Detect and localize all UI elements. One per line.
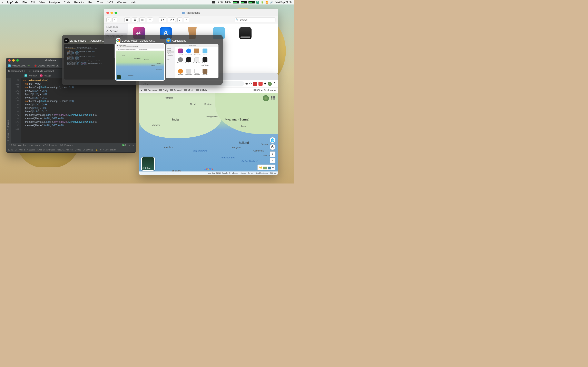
satellite-layer-icon[interactable] <box>268 167 271 169</box>
volume-icon[interactable]: 🔊 <box>270 1 273 4</box>
bookmark-folder[interactable]: Services <box>144 89 157 92</box>
bookmark-folder[interactable]: Daily <box>159 89 168 92</box>
indent[interactable]: 4 spaces <box>27 149 35 151</box>
editor-tab-thumbnails[interactable]: SThumbnailsPanel.swift <box>27 70 56 72</box>
map-label[interactable]: Bhutan <box>204 103 212 105</box>
menu-extra-icon[interactable]: A <box>256 1 259 4</box>
messages-tool[interactable]: ≡ Messages <box>29 144 40 146</box>
action-button[interactable]: ⚙ ▾ <box>168 17 176 22</box>
menu-vcs[interactable]: VCS <box>105 1 115 4</box>
line-number-gutter[interactable]: 167168169 170171172 173174175 176177178 … <box>11 78 21 143</box>
app-blackmagic[interactable] <box>238 27 252 42</box>
line-ending[interactable]: LF <box>15 149 17 151</box>
map-region[interactable]: Japan <box>241 172 246 174</box>
minimize-button[interactable] <box>12 59 15 62</box>
map-label[interactable]: India <box>172 118 179 121</box>
sdk-status[interactable]: Swift: alt-tab-macos | macOS ...x86_64] … <box>37 149 81 151</box>
locate-me-button[interactable]: ⦿ <box>270 144 276 150</box>
map-label[interactable]: Myanmar (Burma) <box>225 118 250 121</box>
map-label[interactable]: Mumbai <box>152 124 160 126</box>
finder-titlebar[interactable]: Applications <box>104 9 278 17</box>
view-list-button[interactable]: ☰ <box>132 17 138 22</box>
zoom-button[interactable] <box>114 12 117 14</box>
tags-button[interactable]: ○ <box>184 17 189 22</box>
menu-file[interactable]: File <box>20 1 29 4</box>
tool-structure[interactable]: 7: Structure <box>7 120 10 130</box>
menu-edit[interactable]: Edit <box>29 1 37 4</box>
map-label[interactable]: नई दिल्ली <box>165 97 173 100</box>
view-icon-button[interactable]: ▦ <box>124 17 130 22</box>
bookmark-folder[interactable]: Music <box>184 89 194 92</box>
view-column-button[interactable]: ▥ <box>139 17 145 22</box>
close-button[interactable] <box>106 12 109 14</box>
code-editor[interactable]: func makeKeyWindow( var psn_ = psn var b… <box>21 78 136 143</box>
map-scale[interactable]: 500 km <box>270 172 276 174</box>
side-panel-toggle[interactable]: ▸ <box>141 89 142 92</box>
event-log[interactable]: 2 Event Log <box>122 144 134 146</box>
istat-icon[interactable] <box>212 1 215 3</box>
minimize-button[interactable] <box>111 12 113 14</box>
extension-icon[interactable] <box>259 82 263 86</box>
menu-code[interactable]: Code <box>62 1 72 4</box>
zoom-button[interactable] <box>16 59 19 62</box>
sidebar-item-airdrop[interactable]: ◎ AirDrop <box>104 29 128 33</box>
switcher-item-finder[interactable]: 😀 Applications ▪ Applications Favorites◎… <box>166 38 218 82</box>
terrain-layer-icon[interactable] <box>263 167 267 169</box>
menubar-app-name[interactable]: AppCode <box>4 1 20 4</box>
cursor-position[interactable]: 60:40 <box>8 149 13 151</box>
close-button[interactable] <box>8 59 11 62</box>
map-label[interactable]: Bangladesh <box>207 115 218 118</box>
finder-search-input[interactable]: Search <box>234 17 276 22</box>
bookmark-folder[interactable]: AltTab <box>196 89 207 92</box>
net-graph-icon[interactable] <box>241 1 247 3</box>
map-feedback[interactable]: Send feedback <box>255 172 268 174</box>
chrome-menu-icon[interactable]: ⋮ <box>273 82 276 86</box>
menu-window[interactable]: Window <box>115 1 129 4</box>
menu-help[interactable]: Help <box>129 1 138 4</box>
map-label[interactable]: Laos <box>241 125 246 127</box>
network-graph-icon[interactable] <box>249 1 255 3</box>
menu-refactor[interactable]: Refactor <box>72 1 86 4</box>
menu-tools[interactable]: Tools <box>95 1 105 4</box>
satellite-toggle[interactable]: Satellite <box>141 157 155 171</box>
map-terms[interactable]: Terms <box>248 172 253 174</box>
close-tab-icon[interactable]: × <box>24 70 25 72</box>
problems-tool[interactable]: ⓘ 6: Problems <box>60 144 73 147</box>
pullreq-tool[interactable]: ↳ Pull Requests <box>42 144 57 146</box>
apple-menu-icon[interactable]: 🜂 <box>0 1 4 4</box>
map-label[interactable]: Cambodia <box>253 150 264 152</box>
google-apps-icon[interactable] <box>271 96 275 100</box>
menu-navigate[interactable]: Navigate <box>47 1 62 4</box>
menu-view[interactable]: View <box>37 1 47 4</box>
extension-icon[interactable] <box>253 82 257 86</box>
pegman-icon[interactable]: 웃 <box>259 165 262 170</box>
alt-tab-switcher[interactable]: AC alt-tab-macos – .../src/logic... alt-… <box>62 35 223 85</box>
map-label[interactable]: Vietna <box>261 143 268 145</box>
other-bookmarks[interactable]: Other Bookmarks <box>254 89 276 92</box>
cpu-graph-icon[interactable] <box>233 1 239 3</box>
map-label[interactable]: Thailand <box>237 141 249 144</box>
back-arrow-icon[interactable]: ↶ <box>27 64 30 67</box>
battery-icon[interactable]: 🔋 <box>261 1 264 4</box>
zoom-icon[interactable]: ⊕ <box>245 82 248 86</box>
sync-icon[interactable]: ↻ <box>100 149 102 151</box>
extensions-icon[interactable]: ✱ <box>264 82 267 86</box>
bookmark-star-icon[interactable]: ☆ <box>249 82 252 86</box>
profile-avatar[interactable] <box>268 82 272 86</box>
map-label[interactable]: Bengaluru <box>163 146 173 148</box>
editor-tab-screen[interactable]: SScreen.swift× <box>6 70 27 72</box>
globe-button[interactable]: 🌐 <box>270 137 276 143</box>
switcher-item-appcode[interactable]: AC alt-tab-macos – .../src/logic... alt-… <box>64 38 114 82</box>
run-tool[interactable]: ▶ 4: Run <box>18 144 26 146</box>
share-button[interactable]: ⤴ <box>177 17 182 22</box>
menu-run[interactable]: Run <box>86 1 95 4</box>
branch-indicator[interactable]: ⎇ develop <box>83 149 93 151</box>
memory-indicator[interactable]: 619 of 2487M <box>104 149 116 151</box>
encoding[interactable]: UTF-8 <box>19 149 25 151</box>
google-account-avatar[interactable] <box>263 95 269 101</box>
tool-project[interactable]: 1: Project <box>7 133 10 141</box>
clock[interactable]: Fri 4 Sep 21:08 <box>275 1 292 4</box>
pegman-layers[interactable]: 웃 ▾ <box>258 165 276 170</box>
temperature-indicator[interactable]: 🌡36° <box>217 1 224 4</box>
google-map-canvas[interactable]: IndiaNepalBhutanBangladeshMyanmar (Burma… <box>139 93 278 175</box>
